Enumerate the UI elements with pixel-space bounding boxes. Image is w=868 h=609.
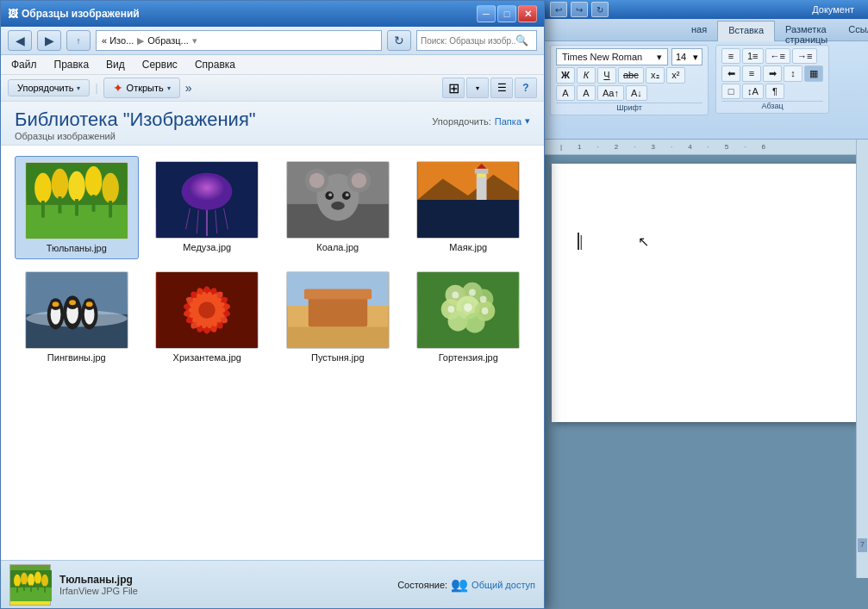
scroll-page-indicator: 7 bbox=[858, 538, 867, 552]
separator: | bbox=[95, 82, 97, 94]
word-document-area[interactable]: | ↖ bbox=[543, 155, 868, 609]
file-item-tulips[interactable]: Тюльпаны.jpg bbox=[15, 156, 139, 259]
open-button[interactable]: ✦ Открыть ▾ bbox=[103, 78, 180, 98]
access-label[interactable]: Общий доступ bbox=[471, 580, 535, 590]
shading-button[interactable]: ▦ bbox=[804, 65, 823, 82]
font-size-shrink-button[interactable]: A↓ bbox=[626, 85, 647, 101]
organize-label: Упорядочить bbox=[17, 83, 73, 93]
menu-service[interactable]: Сервис bbox=[139, 57, 181, 72]
minimize-button[interactable]: ─ bbox=[477, 5, 496, 22]
view-dropdown[interactable]: ▾ bbox=[466, 78, 489, 98]
font-size-grow-button[interactable]: Aa↑ bbox=[597, 85, 624, 101]
view-large-icon[interactable]: ⊞ bbox=[442, 78, 465, 98]
svg-point-74 bbox=[198, 301, 215, 319]
menu-view[interactable]: Вид bbox=[103, 57, 128, 72]
menu-edit[interactable]: Правка bbox=[51, 57, 93, 72]
title-bar-left: 🖼 Образцы изображений bbox=[8, 8, 140, 20]
svg-point-97 bbox=[14, 574, 21, 586]
forward-button[interactable]: ▶ bbox=[37, 30, 61, 51]
organize-arrow: ▾ bbox=[77, 84, 80, 92]
file-item-desert[interactable]: Пустыня.jpg bbox=[276, 266, 400, 368]
search-icon: 🔍 bbox=[515, 34, 528, 47]
text-color-button[interactable]: A bbox=[556, 85, 575, 101]
refresh-button[interactable]: ↻ bbox=[387, 30, 411, 51]
file-label-chrysanthemum: Хризантема.jpg bbox=[173, 352, 241, 363]
file-item-hydrangea[interactable]: Гортензия.jpg bbox=[407, 266, 531, 368]
highlight-button[interactable]: A bbox=[577, 85, 596, 101]
svg-point-94 bbox=[482, 308, 489, 314]
word-page[interactable]: | ↖ bbox=[552, 164, 859, 422]
tab-home[interactable]: ная bbox=[681, 21, 717, 40]
library-header: Библиотека "Изображения" Образцы изображ… bbox=[1, 102, 544, 146]
superscript-button[interactable]: x² bbox=[666, 67, 685, 84]
path-separator: ▶ bbox=[137, 35, 144, 47]
svg-rect-38 bbox=[478, 174, 485, 177]
path-part1: « Изо... bbox=[102, 35, 134, 46]
tab-insert[interactable]: Вставка bbox=[717, 21, 775, 41]
sort-button[interactable]: ↕A bbox=[742, 84, 764, 99]
align-center-button[interactable]: ≡ bbox=[742, 65, 761, 82]
word-undo-btn[interactable]: ↩ bbox=[550, 2, 567, 17]
menu-file[interactable]: Файл bbox=[8, 57, 41, 72]
menu-help[interactable]: Справка bbox=[191, 57, 239, 72]
strikethrough-button[interactable]: abc bbox=[618, 67, 644, 84]
italic-button[interactable]: К bbox=[577, 67, 596, 84]
underline-button[interactable]: Ч bbox=[597, 67, 616, 84]
list-row: ≡ 1≡ ←≡ →≡ bbox=[721, 48, 823, 64]
tab-layout[interactable]: Разметка страницы bbox=[775, 21, 838, 40]
view-details[interactable]: ☰ bbox=[490, 78, 513, 98]
ribbon-group-font: Times New Roman ▾ 14 ▾ Ж К Ч abc x₂ x² bbox=[550, 45, 709, 115]
bold-button[interactable]: Ж bbox=[556, 67, 575, 84]
word-redo-btn[interactable]: ↪ bbox=[571, 2, 588, 17]
tab-references[interactable]: Ссылки bbox=[838, 21, 868, 40]
file-thumb-penguins bbox=[25, 271, 128, 349]
help-button[interactable]: ? bbox=[515, 78, 537, 98]
toolbar: Упорядочить ▾ | ✦ Открыть ▾ » ⊞ ▾ ☰ ? bbox=[1, 75, 544, 102]
state-label: Состояние: bbox=[397, 580, 447, 590]
organize-button[interactable]: Упорядочить ▾ bbox=[8, 79, 90, 96]
show-marks-button[interactable]: ¶ bbox=[765, 84, 784, 99]
close-button[interactable]: ✕ bbox=[518, 5, 537, 22]
svg-rect-36 bbox=[475, 169, 489, 174]
maximize-button[interactable]: □ bbox=[497, 5, 516, 22]
file-item-chrysanthemum[interactable]: Хризантема.jpg bbox=[146, 266, 270, 368]
svg-rect-11 bbox=[109, 201, 112, 218]
explorer-window: 🖼 Образцы изображений ─ □ ✕ ◀ ▶ ↑ « Изо.… bbox=[0, 0, 545, 609]
bullet-list-button[interactable]: ≡ bbox=[721, 48, 740, 64]
svg-rect-8 bbox=[58, 196, 61, 214]
file-label-tulips: Тюльпаны.jpg bbox=[47, 243, 107, 253]
sort-arrow: ▾ bbox=[525, 115, 530, 127]
word-repeat-btn[interactable]: ↻ bbox=[591, 2, 609, 17]
font-name-label: Times New Roman bbox=[562, 52, 642, 62]
file-item-lighthouse[interactable]: Маяк.jpg bbox=[407, 156, 531, 259]
open-label: Открыть bbox=[127, 83, 164, 93]
line-spacing-button[interactable]: ↕ bbox=[784, 65, 802, 82]
border-button[interactable]: □ bbox=[721, 84, 740, 99]
align-left-button[interactable]: ⬅ bbox=[721, 65, 740, 82]
back-button[interactable]: ◀ bbox=[8, 30, 32, 51]
font-size-dropdown[interactable]: 14 ▾ bbox=[671, 48, 703, 65]
up-button[interactable]: ↑ bbox=[66, 30, 91, 51]
status-bar: Тюльпаны.jpg IrfanView JPG File Состояни… bbox=[1, 560, 544, 608]
indent-decrease-button[interactable]: ←≡ bbox=[765, 48, 790, 64]
file-item-penguins[interactable]: Пингвины.jpg bbox=[15, 266, 139, 368]
search-input[interactable] bbox=[421, 36, 515, 46]
sort-by-link[interactable]: Папка bbox=[495, 116, 521, 127]
indent-increase-button[interactable]: →≡ bbox=[792, 48, 817, 64]
library-subtitle: Образцы изображений bbox=[15, 131, 256, 141]
svg-point-101 bbox=[41, 574, 48, 586]
svg-point-100 bbox=[34, 571, 41, 583]
file-item-jellyfish[interactable]: Медуза.jpg bbox=[146, 156, 270, 259]
word-scrollbar[interactable]: 7 bbox=[856, 140, 868, 578]
search-box[interactable]: 🔍 bbox=[416, 30, 537, 51]
numbered-list-button[interactable]: 1≡ bbox=[742, 48, 764, 64]
more-tools: » bbox=[185, 81, 192, 95]
font-name-dropdown[interactable]: Times New Roman ▾ bbox=[556, 48, 668, 65]
file-item-koala[interactable]: Коала.jpg bbox=[276, 156, 400, 259]
address-path[interactable]: « Изо... ▶ Образц... ▾ bbox=[96, 30, 382, 51]
subscript-button[interactable]: x₂ bbox=[646, 67, 665, 84]
svg-point-6 bbox=[102, 173, 119, 203]
svg-point-45 bbox=[52, 301, 59, 307]
svg-rect-79 bbox=[287, 327, 388, 348]
align-right-button[interactable]: ➡ bbox=[763, 65, 782, 82]
